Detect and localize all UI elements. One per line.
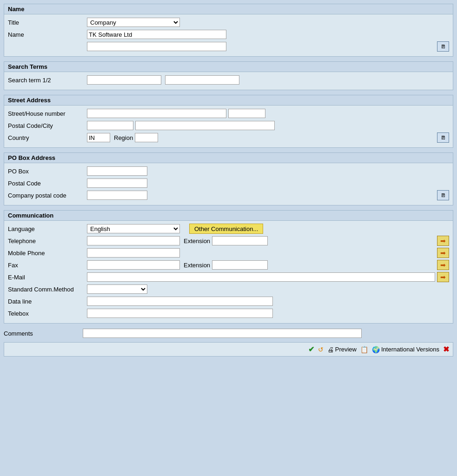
preview-button[interactable]: 🖨 Preview <box>327 346 357 353</box>
checkmark-icon: ✔ <box>308 345 314 354</box>
postal-city-label: Postal Code/City <box>8 122 87 129</box>
name-section: Name Title Company Name 🖹 <box>4 4 453 57</box>
mobile-input[interactable] <box>87 248 180 258</box>
data-line-label: Data line <box>8 298 87 305</box>
street-input[interactable] <box>87 109 226 118</box>
comments-row: Comments <box>4 328 453 338</box>
name-label: Name <box>8 31 87 38</box>
telebox-label: Telebox <box>8 310 87 317</box>
std-comm-label: Standard Comm.Method <box>8 286 87 293</box>
fax-ext-input[interactable] <box>212 260 268 270</box>
comments-input[interactable] <box>83 329 362 338</box>
data-line-row: Data line <box>8 296 449 306</box>
email-input[interactable] <box>87 272 435 282</box>
clear-icon: ↺ <box>318 346 324 353</box>
street-label: Street/House number <box>8 110 87 117</box>
search-term-row: Search term 1/2 <box>8 75 449 85</box>
checkmark-button[interactable]: ✔ <box>308 345 314 354</box>
po-postal-label: Postal Code <box>8 180 87 187</box>
mobile-arrow-button[interactable]: ➡ <box>437 248 449 258</box>
po-info-icon: 🖹 <box>441 192 446 198</box>
company-postal-input[interactable] <box>87 191 147 200</box>
title-label: Title <box>8 19 87 26</box>
telebox-input[interactable] <box>87 309 273 318</box>
preview-icon: 🖨 <box>327 346 334 353</box>
city-input[interactable] <box>135 121 275 130</box>
po-info-button[interactable]: 🖹 <box>437 190 449 200</box>
po-box-row: PO Box <box>8 166 449 176</box>
house-number-input[interactable] <box>228 109 265 118</box>
copy-button[interactable]: 📋 <box>360 346 368 353</box>
bottom-bar: ✔ ↺ 🖨 Preview 📋 🌍 International Versions… <box>4 342 453 357</box>
search-terms-section: Search Terms Search term 1/2 <box>4 61 453 90</box>
telephone-ext-input[interactable] <box>212 236 268 245</box>
fax-label: Fax <box>8 262 87 269</box>
region-label: Region <box>114 134 133 141</box>
search-term1-input[interactable] <box>87 75 161 85</box>
fax-arrow-button[interactable]: ➡ <box>437 260 449 270</box>
language-select[interactable]: English <box>87 224 180 233</box>
company-postal-label: Company postal code <box>8 192 87 199</box>
name-row: Name <box>8 29 449 40</box>
std-comm-select[interactable] <box>87 284 147 294</box>
fax-row: Fax Extension ➡ <box>8 260 449 270</box>
search-term-label: Search term 1/2 <box>8 77 87 84</box>
mobile-label: Mobile Phone <box>8 250 87 257</box>
telephone-ext-label: Extension <box>184 238 210 245</box>
language-row: Language English Other Communication... <box>8 224 449 234</box>
search-term2-input[interactable] <box>165 75 239 85</box>
telephone-label: Telephone <box>8 238 87 245</box>
po-box-field <box>87 166 147 176</box>
po-box-input[interactable] <box>87 166 147 176</box>
po-postal-row: Postal Code <box>8 178 449 188</box>
info-icon: 🖹 <box>441 44 446 49</box>
international-label: International Versions <box>381 346 439 353</box>
data-line-input[interactable] <box>87 297 273 306</box>
email-arrow-icon: ➡ <box>440 273 446 281</box>
street-row: Street/House number <box>8 108 449 119</box>
mobile-row: Mobile Phone ➡ <box>8 248 449 258</box>
other-communication-button[interactable]: Other Communication... <box>189 224 263 234</box>
po-box-section: PO Box Address PO Box Postal Code Compan… <box>4 152 453 205</box>
international-button[interactable]: 🌍 International Versions <box>372 346 439 353</box>
email-row: E-Mail ➡ <box>8 272 449 282</box>
country-row: Country Region 🖹 <box>8 132 449 143</box>
preview-label: Preview <box>335 346 357 353</box>
country-label: Country <box>8 134 87 141</box>
country-input[interactable] <box>87 133 110 142</box>
copy-icon: 📋 <box>360 346 368 353</box>
po-box-label: PO Box <box>8 168 87 175</box>
title-select[interactable]: Company <box>87 18 180 27</box>
postal-city-row: Postal Code/City <box>8 120 449 131</box>
fax-ext-label: Extension <box>184 262 210 269</box>
street-info-button[interactable]: 🖹 <box>437 132 449 143</box>
communication-title: Communication <box>4 211 453 221</box>
title-row: Title Company <box>8 17 449 27</box>
telephone-arrow-icon: ➡ <box>440 237 446 245</box>
email-arrow-button[interactable]: ➡ <box>437 272 449 282</box>
clear-button[interactable]: ↺ <box>318 346 324 353</box>
name-input[interactable] <box>87 30 226 39</box>
telephone-arrow-button[interactable]: ➡ <box>437 236 449 246</box>
name-section-title: Name <box>4 4 453 14</box>
po-box-title: PO Box Address <box>4 153 453 163</box>
name2-row: 🖹 <box>8 41 449 52</box>
fax-input[interactable] <box>87 260 180 270</box>
cancel-button[interactable]: ✖ <box>443 345 449 354</box>
fax-arrow-icon: ➡ <box>440 261 446 269</box>
comments-label: Comments <box>4 330 83 337</box>
email-label: E-Mail <box>8 274 87 281</box>
postal-code-input[interactable] <box>87 121 133 130</box>
international-icon: 🌍 <box>372 346 380 353</box>
street-info-icon: 🖹 <box>441 135 446 140</box>
region-input[interactable] <box>135 133 158 142</box>
name2-input[interactable] <box>87 42 226 51</box>
std-comm-row: Standard Comm.Method <box>8 284 449 294</box>
telephone-input[interactable] <box>87 236 180 245</box>
name-info-button[interactable]: 🖹 <box>437 41 449 52</box>
communication-section: Communication Language English Other Com… <box>4 210 453 324</box>
telebox-row: Telebox <box>8 308 449 318</box>
mobile-arrow-icon: ➡ <box>440 249 446 257</box>
company-postal-row: Company postal code 🖹 <box>8 190 449 200</box>
po-postal-input[interactable] <box>87 178 147 188</box>
